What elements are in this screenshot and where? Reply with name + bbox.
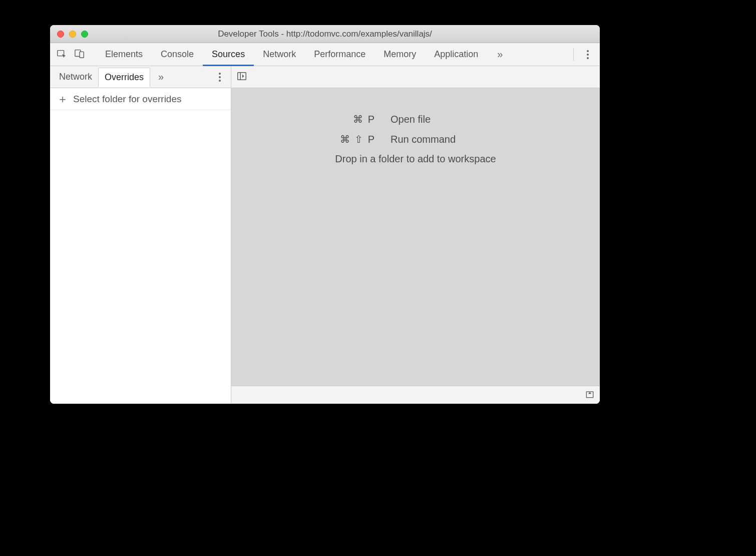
- tab-memory[interactable]: Memory: [374, 43, 425, 66]
- drop-folder-hint: Drop in a folder to add to workspace: [231, 153, 600, 165]
- tab-elements[interactable]: Elements: [96, 43, 152, 66]
- editor-toolbar: [231, 66, 600, 88]
- toolbar-divider: [573, 48, 574, 61]
- sources-sidebar: Network Overrides » ＋ Select folder for …: [50, 66, 231, 404]
- plus-icon: ＋: [57, 94, 68, 105]
- svg-rect-3: [238, 72, 246, 80]
- sidebar-tabs: Network Overrides »: [50, 66, 231, 88]
- more-tabs-icon[interactable]: »: [491, 49, 509, 60]
- sidebar-tab-network[interactable]: Network: [53, 68, 98, 86]
- select-folder-label: Select folder for overrides: [73, 94, 182, 105]
- hint-run-command: ⌘ ⇧ P Run command: [285, 133, 546, 145]
- minimize-window-button[interactable]: [69, 31, 76, 38]
- panel-body: Network Overrides » ＋ Select folder for …: [50, 66, 600, 404]
- collapse-sidebar-icon[interactable]: [236, 71, 247, 84]
- shortcut-keys: ⌘ P: [285, 113, 375, 125]
- settings-menu-icon[interactable]: [582, 49, 594, 61]
- main-toolbar: Elements Console Sources Network Perform…: [50, 43, 600, 66]
- console-drawer-icon[interactable]: [585, 389, 595, 401]
- hint-label: Open file: [391, 114, 546, 125]
- window-title: Developer Tools - http://todomvc.com/exa…: [50, 29, 600, 39]
- select-folder-button[interactable]: ＋ Select folder for overrides: [50, 88, 231, 110]
- sidebar-tab-overrides[interactable]: Overrides: [98, 68, 150, 87]
- empty-state-hints: ⌘ P Open file ⌘ ⇧ P Run command Drop in …: [231, 113, 600, 165]
- tab-console[interactable]: Console: [152, 43, 203, 66]
- sidebar-menu-icon[interactable]: [214, 71, 226, 83]
- maximize-window-button[interactable]: [81, 31, 88, 38]
- tab-sources[interactable]: Sources: [203, 43, 254, 66]
- editor-footer: [231, 386, 600, 404]
- tab-network[interactable]: Network: [254, 43, 305, 66]
- hint-open-file: ⌘ P Open file: [285, 113, 546, 125]
- close-window-button[interactable]: [57, 31, 64, 38]
- inspect-element-icon[interactable]: [56, 48, 67, 61]
- device-toggle-icon[interactable]: [74, 48, 85, 61]
- more-sidebar-tabs-icon[interactable]: »: [152, 71, 170, 83]
- shortcut-keys: ⌘ ⇧ P: [285, 133, 375, 145]
- devtools-window: Developer Tools - http://todomvc.com/exa…: [50, 25, 600, 404]
- hint-label: Run command: [391, 134, 546, 145]
- titlebar: Developer Tools - http://todomvc.com/exa…: [50, 25, 600, 43]
- panel-tabs: Elements Console Sources Network Perform…: [96, 43, 487, 66]
- window-controls: [50, 31, 88, 38]
- svg-rect-2: [80, 52, 84, 58]
- tab-application[interactable]: Application: [425, 43, 487, 66]
- tab-performance[interactable]: Performance: [305, 43, 374, 66]
- editor-area: ⌘ P Open file ⌘ ⇧ P Run command Drop in …: [231, 66, 600, 404]
